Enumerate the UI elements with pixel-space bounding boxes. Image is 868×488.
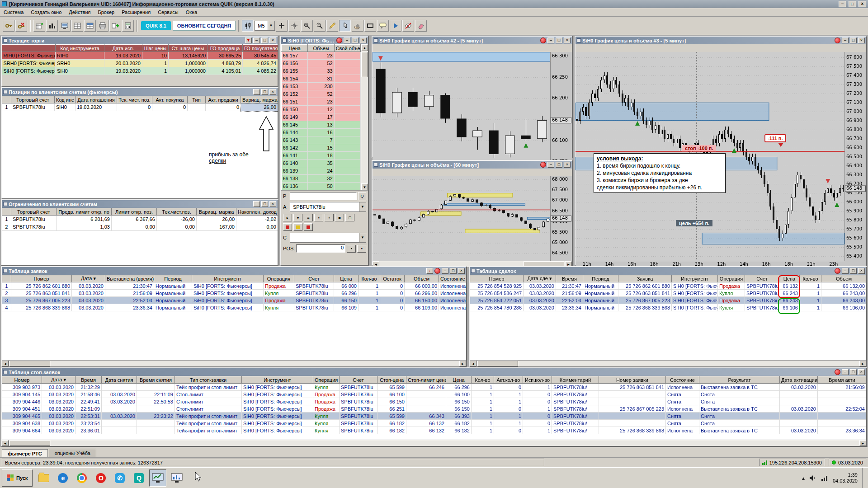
column-header[interactable]: Ст. шага цены xyxy=(169,45,208,52)
column-header[interactable]: Номер xyxy=(11,275,72,282)
minimize-button[interactable]: – xyxy=(839,1,846,7)
chevron-down-icon[interactable]: ▼ xyxy=(359,202,366,211)
close-button[interactable]: × xyxy=(564,162,571,168)
ask-row[interactable]: 66 15012 xyxy=(282,106,361,113)
table-row[interactable]: 309 904 46503.03.202022:53:3103.03.20202… xyxy=(2,413,867,420)
show-desktop-button[interactable] xyxy=(862,468,864,488)
table-row[interactable]: SiH0 [FORTS: Фьючерсы]SiH019.03.202011,0… xyxy=(2,67,278,75)
dock-button[interactable]: ▼ xyxy=(245,38,252,43)
price-chart-canvas[interactable] xyxy=(373,176,572,266)
column-header[interactable]: Тек. чист. поз. xyxy=(117,96,152,103)
column-header[interactable]: Результат xyxy=(699,376,780,384)
horizontal-scrollbar[interactable]: ◄ ► xyxy=(470,360,866,366)
pencil-icon[interactable] xyxy=(326,20,338,32)
minimize-button[interactable]: – xyxy=(253,89,260,95)
column-header[interactable]: Комментарий xyxy=(552,376,599,384)
quik-version-badge[interactable]: QUIK 8.1 xyxy=(141,21,171,30)
maximize-button[interactable]: □ xyxy=(556,38,562,43)
export-icon[interactable] xyxy=(109,20,121,32)
column-header[interactable]: Дата активации xyxy=(780,376,818,384)
maximize-button[interactable]: □ xyxy=(261,89,268,95)
column-header[interactable]: Стоп-цена xyxy=(377,376,406,384)
column-header[interactable]: Акт. покупка xyxy=(152,96,188,103)
column-header[interactable]: Дата снятия xyxy=(102,376,137,384)
column-header[interactable]: Кол-во xyxy=(359,275,380,282)
column-header[interactable]: Стоп-лимит цена xyxy=(406,376,446,384)
pin-icon[interactable] xyxy=(835,369,840,375)
table-icon[interactable] xyxy=(71,20,83,32)
ob-tool-3[interactable]: ≡ xyxy=(304,214,313,221)
column-header[interactable]: Время xyxy=(75,376,102,384)
horizontal-scrollbar[interactable]: ◄ ► xyxy=(2,360,466,366)
column-header[interactable]: Время xyxy=(556,275,583,282)
column-header[interactable]: Лимит откр. поз. xyxy=(112,208,157,216)
sell-button[interactable] xyxy=(293,223,302,231)
column-header[interactable]: Тек.чист.поз. xyxy=(157,208,197,216)
column-header[interactable]: Заявка xyxy=(618,275,672,282)
cancel-orders-button[interactable] xyxy=(304,223,313,231)
chart-app-icon[interactable] xyxy=(168,469,185,487)
column-header[interactable]: Инструмент xyxy=(242,376,313,384)
column-header[interactable]: Шаг цены xyxy=(142,45,169,52)
column-header[interactable]: Цена xyxy=(779,275,800,282)
column-header[interactable]: Период xyxy=(154,275,192,282)
column-header[interactable]: Дата ▾ xyxy=(72,275,105,282)
close-button[interactable]: × xyxy=(360,38,367,43)
ob-tool-5[interactable]: ▫ xyxy=(325,214,334,221)
quotes-icon[interactable] xyxy=(59,20,71,32)
column-header[interactable]: Операция xyxy=(264,275,294,282)
column-header[interactable]: Дата ▾ xyxy=(42,376,75,384)
minimize-button[interactable]: – xyxy=(842,38,849,43)
column-header[interactable]: Объем xyxy=(308,45,334,52)
column-header[interactable] xyxy=(2,45,56,52)
chart2-titlebar[interactable]: SiH0 График цены и объёма #2 - [5 минут]… xyxy=(373,37,572,44)
table-row[interactable]: RIH0 [FORTS: Фьючерсы]RIH019.03.20201013… xyxy=(2,52,278,60)
table-row[interactable]: 2SPBFUTK78iu1,030,000,00167,000,00 xyxy=(2,223,278,231)
scroll-right-icon[interactable]: ► xyxy=(859,440,866,446)
current-trades-titlebar[interactable]: Текущие торги ▼ – □ × xyxy=(2,37,278,44)
close-button[interactable]: × xyxy=(859,1,866,7)
table-row[interactable]: 309 903 97303.03.202021:32:29Тейк-профит… xyxy=(2,384,867,391)
column-header[interactable]: Цена xyxy=(334,275,359,282)
column-header[interactable]: Время акти xyxy=(818,376,867,384)
column-header[interactable]: Остаток xyxy=(380,275,405,282)
play-icon[interactable] xyxy=(390,20,401,32)
ask-row[interactable]: 66 15533 xyxy=(282,67,361,75)
ob-tool-1[interactable]: ▸ xyxy=(283,214,292,221)
column-header[interactable]: Акт. продажи xyxy=(206,96,241,103)
crosshair-icon[interactable] xyxy=(288,20,300,32)
maximize-button[interactable]: □ xyxy=(850,369,857,375)
ask-row[interactable]: 66 15652 xyxy=(282,60,361,67)
minimize-button[interactable]: – xyxy=(442,268,448,274)
column-header[interactable]: Состояние xyxy=(439,275,467,282)
column-header[interactable]: Тип стоп-заявки xyxy=(175,376,242,384)
maximize-button[interactable]: □ xyxy=(850,38,857,43)
start-button[interactable]: Пуск xyxy=(2,469,33,487)
vertical-scrollbar[interactable]: ▲ ▼ xyxy=(361,44,368,190)
pin-icon[interactable] xyxy=(540,162,546,168)
table-row[interactable]: 309 904 63803.03.202023:23:54Тейк-профит… xyxy=(2,420,867,427)
interval-combo[interactable]: M5 ▼ xyxy=(255,21,274,31)
menu-create-window[interactable]: Создать окно xyxy=(27,9,65,16)
maximize-button[interactable]: □ xyxy=(352,38,359,43)
table-row[interactable]: 309 904 14503.03.202021:58:4603.03.20202… xyxy=(2,391,867,398)
hand-icon[interactable] xyxy=(352,20,363,32)
column-header[interactable]: Дата исп. xyxy=(104,45,142,52)
ob-tool-2[interactable]: ▾ xyxy=(293,214,302,221)
maximize-button[interactable]: □ xyxy=(261,201,268,207)
chevron-down-icon[interactable]: ▼ xyxy=(268,21,274,30)
edge-icon[interactable]: e xyxy=(54,469,71,487)
tab-options-study[interactable]: опционы-Учёба xyxy=(49,449,96,457)
table-row[interactable]: 225 726 863 851 84103.03.202021:56:09Нор… xyxy=(2,290,467,297)
quote-button[interactable]: Q xyxy=(358,192,366,200)
chart3-titlebar[interactable]: SiH0 График цены и объёма #3 - [5 минут]… xyxy=(576,37,866,44)
bid-row[interactable]: 66 14215 xyxy=(282,144,361,152)
pos-tool-1[interactable]: ▪ xyxy=(347,245,356,253)
clock[interactable]: 1:39 04.03.2020 xyxy=(833,472,858,484)
scroll-down-icon[interactable]: ▼ xyxy=(361,183,368,190)
column-header[interactable]: Цена xyxy=(446,376,472,384)
account-combo[interactable]: SPBFUTK78iu ▼ xyxy=(290,202,366,212)
pin-icon[interactable] xyxy=(540,38,546,43)
zoom-in-icon[interactable] xyxy=(301,20,313,32)
column-header[interactable]: Дата сде ▾ xyxy=(524,275,556,282)
